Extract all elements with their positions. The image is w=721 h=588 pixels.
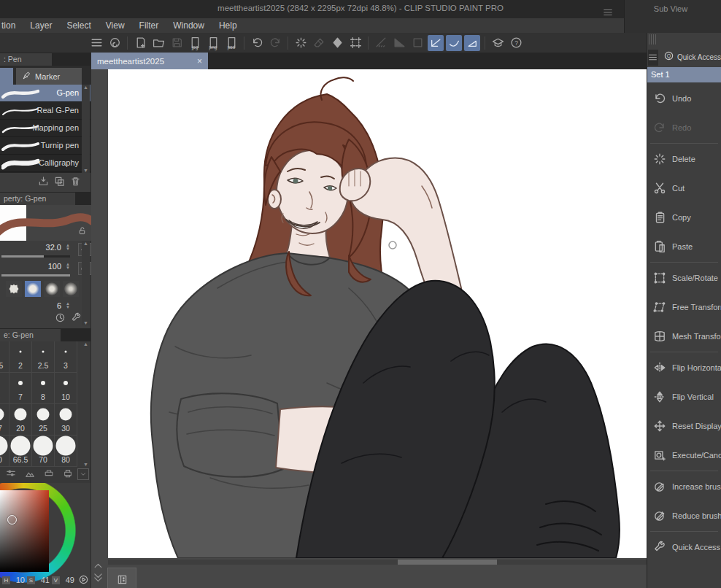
qa-item-undo[interactable]: Undo <box>647 84 721 113</box>
qa-item-flip-vertical[interactable]: Flip Vertical <box>647 382 721 411</box>
brush-size-preset-3[interactable]: 3 <box>55 341 77 373</box>
dock-scroll-chevrons[interactable] <box>93 563 103 582</box>
export-psd-icon[interactable]: psd <box>223 35 239 51</box>
brush-size-preset-2.5[interactable]: 2.5 <box>32 341 55 373</box>
subview-menu-icon[interactable] <box>601 7 616 19</box>
brush-size-preset-6[interactable]: 6 <box>0 373 9 404</box>
eraser-icon[interactable] <box>311 35 327 51</box>
menu-item-help[interactable]: Help <box>212 18 244 33</box>
panel-grip[interactable] <box>649 34 656 45</box>
stabilization-spinner[interactable]: ▲▼ <box>66 302 70 309</box>
lock-icon[interactable] <box>77 225 87 239</box>
qa-item-quick-access-se[interactable]: Quick Access Se <box>647 533 721 562</box>
snap-ruler-icon[interactable] <box>428 35 444 51</box>
qa-item-reduce-brush-si[interactable]: Reduce brush si <box>647 501 721 530</box>
brush-size-preset-70[interactable]: 70 <box>32 436 55 467</box>
undo-icon[interactable] <box>249 35 265 51</box>
save-file-icon[interactable] <box>169 35 185 51</box>
brush-size-preset-25[interactable]: 25 <box>32 404 55 436</box>
frame-icon[interactable] <box>409 35 425 51</box>
tab-brush-size[interactable]: e: G-pen <box>0 329 61 341</box>
brush-size-preset-8[interactable]: 8 <box>32 373 55 404</box>
tab-tool-property[interactable]: perty: G-pen <box>0 193 75 205</box>
qa-item-copy[interactable]: Copy <box>647 203 721 232</box>
brush-size-preset-7[interactable]: 7 <box>9 373 32 404</box>
qa-item-paste[interactable]: Paste <box>647 232 721 261</box>
open-file-icon[interactable] <box>150 35 166 51</box>
duplicate-subtool-icon[interactable] <box>54 176 65 190</box>
subtool-group-pen-tab[interactable] <box>0 68 13 85</box>
delete-icon[interactable] <box>293 35 309 51</box>
tab-subtool-pen[interactable]: : Pen <box>0 53 52 66</box>
gradient-icon[interactable] <box>391 35 407 51</box>
brush-size-value[interactable]: 32.0 <box>46 243 61 252</box>
document-tab[interactable]: meettheartist2025 × <box>91 53 208 69</box>
menu-item-tion[interactable]: tion <box>0 18 23 33</box>
quick-access-set-tab[interactable]: Set 1 <box>647 67 721 82</box>
qa-item-flip-horizontal[interactable]: Flip Horizontal <box>647 353 721 382</box>
opacity-value[interactable]: 100 <box>48 262 61 271</box>
import-subtool-icon[interactable] <box>38 176 49 190</box>
opacity-slider[interactable] <box>1 274 70 276</box>
csp-logo-icon[interactable] <box>107 35 123 51</box>
brush-size-preset-20[interactable]: 20 <box>9 404 32 436</box>
restore-defaults-icon[interactable] <box>55 312 66 326</box>
qa-item-delete[interactable]: Delete <box>647 144 721 174</box>
size-filter-icon[interactable] <box>6 468 16 481</box>
qa-item-scale-rotate[interactable]: Scale/Rotate <box>647 263 721 293</box>
tool-property-scrollbar[interactable]: ▲▼ <box>82 241 90 325</box>
ruler-icon[interactable] <box>373 35 389 51</box>
color-picker-cursor[interactable] <box>7 515 17 525</box>
snap-grid-icon[interactable] <box>464 35 480 51</box>
brush-item-g-pen[interactable]: G-pen <box>0 85 90 102</box>
fill-icon[interactable] <box>329 35 345 51</box>
brush-size-preset-1.5[interactable]: 1.5 <box>0 341 9 373</box>
new-canvas-icon[interactable] <box>132 35 148 51</box>
brush-size-preset-60[interactable]: 60 <box>0 436 9 467</box>
brush-item-mapping-pen[interactable]: Mapping pen <box>0 120 90 137</box>
size-view-icon[interactable] <box>25 468 35 481</box>
brush-size-preset-10[interactable]: 10 <box>55 373 77 404</box>
drawing-canvas[interactable] <box>108 69 647 558</box>
size-display-icon[interactable] <box>44 468 54 481</box>
stabilization-value[interactable]: 6 <box>57 301 61 310</box>
brush-item-real-g-pen[interactable]: Real G-Pen <box>0 102 90 120</box>
brush-size-slider[interactable] <box>1 255 70 258</box>
color-mode-icon[interactable] <box>78 574 89 587</box>
menu-item-filter[interactable]: Filter <box>132 18 166 33</box>
qa-item-cut[interactable]: Cut <box>647 174 721 203</box>
menu-item-window[interactable]: Window <box>166 18 212 33</box>
brush-size-preset-30[interactable]: 30 <box>55 404 77 436</box>
menu-item-view[interactable]: View <box>99 18 132 33</box>
main-menu-icon[interactable] <box>88 35 104 51</box>
help-icon[interactable]: ? <box>508 35 524 51</box>
document-tab-close-icon[interactable]: × <box>197 56 202 66</box>
brush-size-preset-80[interactable]: 80 <box>55 436 77 467</box>
subtool-group-marker-tab[interactable]: Marker <box>16 68 82 85</box>
size-expand-icon[interactable] <box>77 468 89 480</box>
qa-item-increase-brush-s[interactable]: Increase brush s <box>647 472 721 501</box>
brush-size-preset-66.5[interactable]: 66.5 <box>9 436 32 467</box>
saturation-value-square[interactable] <box>0 490 49 572</box>
brush-size-scrollbar[interactable]: ▲▼ <box>82 341 90 467</box>
canvas-navigator-button[interactable] <box>107 568 136 588</box>
aa-strong-button[interactable] <box>63 281 79 297</box>
qa-item-redo[interactable]: Redo <box>647 113 721 142</box>
menu-item-select[interactable]: Select <box>59 18 98 33</box>
brush-item-turnip-pen[interactable]: Turnip pen <box>0 137 90 155</box>
qa-item-free-transform[interactable]: Free Transform <box>647 293 721 322</box>
aa-none-button[interactable] <box>6 281 22 297</box>
brush-size-preset-2[interactable]: 2 <box>9 341 32 373</box>
brush-size-preset-17[interactable]: 17 <box>0 404 9 436</box>
brush-size-spinner[interactable]: ▲▼ <box>66 244 70 251</box>
snap-special-ruler-icon[interactable] <box>446 35 462 51</box>
export-png-icon[interactable]: png <box>205 35 221 51</box>
redo-icon[interactable] <box>267 35 283 51</box>
opacity-spinner[interactable]: ▲▼ <box>66 263 70 270</box>
qa-item-reset-display[interactable]: Reset Display <box>647 411 721 441</box>
quick-access-menu-icon[interactable] <box>648 50 658 66</box>
brush-list-scrollbar[interactable]: ▲▼ <box>82 85 90 173</box>
size-output-icon[interactable] <box>63 468 73 481</box>
qa-item-mesh-transform[interactable]: Mesh Transform <box>647 322 721 351</box>
aa-medium-button[interactable] <box>44 281 60 297</box>
